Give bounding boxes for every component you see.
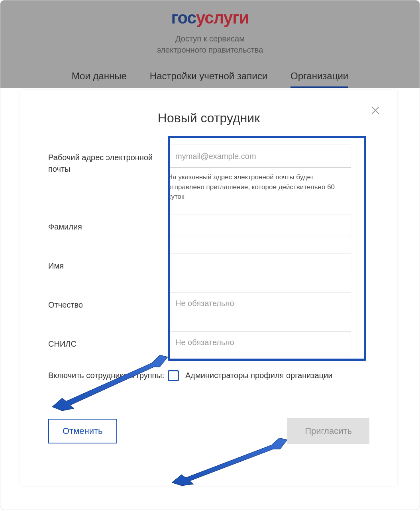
tab-my-data[interactable]: Мои данные [72, 71, 127, 88]
logo: госуслуги [0, 8, 420, 27]
middlename-input[interactable] [168, 292, 351, 315]
cancel-button[interactable]: Отменить [48, 419, 117, 443]
close-icon [370, 105, 381, 116]
modal-title: Новый сотрудник [48, 111, 369, 126]
snils-input[interactable] [168, 331, 351, 354]
tab-account-settings[interactable]: Настройки учетной записи [150, 71, 267, 88]
invite-button[interactable]: Пригласить [287, 418, 369, 444]
email-input[interactable] [168, 145, 351, 168]
header-subtitle: Доступ к сервисам электронного правитель… [0, 33, 420, 55]
snils-label: СНИЛС [48, 331, 168, 350]
page-header: госуслуги Доступ к сервисам электронного… [0, 0, 420, 88]
lastname-input[interactable] [168, 214, 351, 237]
tabs: Мои данные Настройки учетной записи Орга… [0, 71, 420, 88]
tab-organizations[interactable]: Организации [290, 71, 348, 88]
logo-part1: гос [171, 8, 196, 27]
middlename-label: Отчество [48, 292, 168, 311]
new-employee-modal: Новый сотрудник Рабочий адрес электронно… [20, 90, 397, 486]
logo-part2: услуги [196, 8, 249, 27]
admin-group-label: Администраторы профиля организации [185, 371, 333, 380]
lastname-label: Фамилия [48, 214, 168, 233]
admin-group-checkbox[interactable] [168, 370, 179, 381]
email-hint: На указанный адрес электронной почты буд… [168, 173, 351, 202]
groups-label: Включить сотрудника в группы: [48, 371, 168, 380]
close-button[interactable] [370, 105, 381, 117]
email-label: Рабочий адрес электронной почты [48, 145, 168, 175]
firstname-label: Имя [48, 253, 168, 272]
firstname-input[interactable] [168, 253, 351, 276]
